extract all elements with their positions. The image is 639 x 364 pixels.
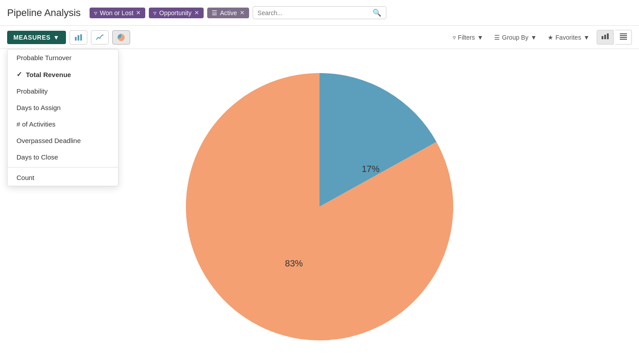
- pie-chart-button[interactable]: [112, 30, 130, 45]
- top-bar: Pipeline Analysis ▿ Won or Lost ✕ ▿ Oppo…: [0, 0, 639, 26]
- filters-label: Filters: [458, 34, 475, 41]
- list-view-button[interactable]: [615, 30, 632, 45]
- measure-days-to-close[interactable]: ✓ Days to Close: [8, 149, 118, 165]
- measure-label: Overpassed Deadline: [16, 137, 81, 144]
- menu-divider: [8, 167, 118, 168]
- lines-icon: ☰: [212, 9, 217, 16]
- measures-label: MEASURES: [13, 34, 50, 41]
- svg-rect-2: [80, 34, 82, 41]
- measure-label: Total Revenue: [26, 71, 71, 78]
- svg-rect-6: [620, 33, 627, 34]
- measures-dropdown: ✓ Probable Turnover ✓ Total Revenue ✓ Pr…: [7, 49, 119, 186]
- groupby-label: Group By: [502, 34, 528, 41]
- chevron-down-icon: ▼: [531, 34, 537, 41]
- favorites-button[interactable]: ★ Favorites ▼: [544, 32, 593, 43]
- toolbar: MEASURES ▼ ▿ Filters ▼ ☰ Group By ▼ ★ Fa…: [0, 26, 639, 49]
- filter-tag-label: Opportunity: [159, 9, 191, 16]
- measure-label: Count: [16, 174, 34, 181]
- chevron-down-icon: ▼: [583, 34, 590, 41]
- line-chart-button[interactable]: [91, 30, 109, 45]
- groupby-button[interactable]: ☰ Group By ▼: [491, 32, 541, 43]
- filter-tag-label: Active: [220, 9, 237, 16]
- funnel-icon: ▿: [94, 9, 97, 16]
- measure-overpassed-deadline[interactable]: ✓ Overpassed Deadline: [8, 132, 118, 149]
- filters-button[interactable]: ▿ Filters ▼: [449, 32, 487, 43]
- measure-label: Days to Assign: [16, 104, 61, 111]
- star-icon: ★: [548, 34, 553, 41]
- search-icon: 🔍: [373, 8, 381, 17]
- filter-tag-active[interactable]: ☰ Active ✕: [207, 8, 249, 18]
- favorites-label: Favorites: [556, 34, 582, 41]
- graph-view-button[interactable]: [597, 30, 614, 45]
- measure-label: Probability: [16, 87, 48, 95]
- measure-activities[interactable]: ✓ # of Activities: [8, 116, 118, 132]
- bar-chart-button[interactable]: [70, 30, 87, 45]
- measure-label: Probable Turnover: [16, 54, 71, 61]
- measure-total-revenue[interactable]: ✓ Total Revenue: [8, 66, 118, 83]
- measure-count[interactable]: ✓ Count: [8, 169, 118, 186]
- measure-probable-turnover[interactable]: ✓ Probable Turnover: [8, 49, 118, 66]
- check-icon: ✓: [16, 70, 22, 78]
- svg-rect-9: [620, 39, 627, 40]
- svg-rect-7: [620, 35, 627, 36]
- svg-rect-4: [604, 35, 606, 39]
- filter-tag-label: Won or Lost: [100, 9, 133, 16]
- svg-rect-8: [620, 37, 627, 38]
- filter-tag-won-or-lost[interactable]: ▿ Won or Lost ✕: [90, 8, 145, 18]
- chevron-down-icon: ▼: [53, 34, 59, 41]
- view-toggle: [597, 30, 632, 45]
- close-icon[interactable]: ✕: [194, 9, 199, 16]
- groupby-lines-icon: ☰: [494, 34, 500, 41]
- funnel-icon: ▿: [153, 9, 156, 16]
- measures-button[interactable]: MEASURES ▼: [7, 31, 66, 44]
- page-title: Pipeline Analysis: [7, 7, 81, 19]
- svg-rect-1: [78, 35, 79, 41]
- measure-probability[interactable]: ✓ Probability: [8, 83, 118, 99]
- close-icon[interactable]: ✕: [136, 9, 141, 16]
- svg-rect-0: [75, 37, 77, 41]
- close-icon[interactable]: ✕: [240, 9, 245, 16]
- measure-label: # of Activities: [16, 120, 56, 128]
- svg-rect-3: [602, 36, 603, 39]
- measure-days-to-assign[interactable]: ✓ Days to Assign: [8, 99, 118, 116]
- filter-funnel-icon: ▿: [453, 34, 456, 41]
- chevron-down-icon: ▼: [477, 34, 483, 41]
- filter-tag-opportunity[interactable]: ▿ Opportunity ✕: [149, 8, 203, 18]
- svg-rect-5: [607, 33, 609, 39]
- search-input[interactable]: [258, 9, 371, 16]
- pie-chart: [186, 73, 453, 340]
- search-box[interactable]: 🔍: [253, 6, 386, 19]
- measure-label: Days to Close: [16, 153, 58, 161]
